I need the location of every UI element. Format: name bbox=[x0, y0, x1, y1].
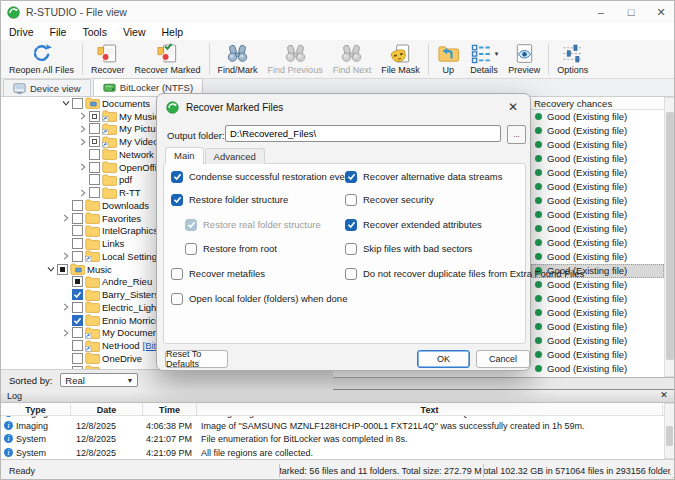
reset-to-defaults-button[interactable]: Reset To Defaults bbox=[165, 350, 228, 368]
checkbox-unchecked[interactable] bbox=[345, 243, 357, 255]
resize-grip[interactable]: ⋱ bbox=[666, 470, 674, 479]
checkbox-partial-gray[interactable] bbox=[89, 136, 100, 147]
dropdown-caret-icon[interactable]: ▾ bbox=[495, 50, 499, 58]
checkbox-checked[interactable] bbox=[72, 315, 83, 326]
checkbox-unchecked[interactable] bbox=[345, 194, 357, 206]
toolbar-separator bbox=[428, 43, 429, 75]
toolbar-find-previous: Find Previous bbox=[263, 40, 328, 78]
log-column-date[interactable]: Date bbox=[71, 403, 143, 416]
checkbox-partial-black[interactable] bbox=[57, 264, 68, 275]
chevron-right-icon[interactable] bbox=[77, 123, 89, 134]
dialog-tab-advanced[interactable]: Advanced bbox=[205, 148, 265, 164]
sorted-by-label: Sorted by: bbox=[9, 375, 52, 386]
log-column-text[interactable]: Text bbox=[197, 403, 663, 416]
chevron-right-icon[interactable] bbox=[60, 251, 72, 262]
horizontal-scrollbar[interactable] bbox=[333, 377, 675, 389]
option-skip-files-with-bad-sectors: Skip files with bad sectors bbox=[345, 242, 472, 255]
menu-file[interactable]: File bbox=[42, 26, 75, 38]
checkbox-unchecked[interactable] bbox=[89, 149, 100, 160]
chevron-down-icon[interactable] bbox=[45, 264, 57, 275]
checkbox-unchecked[interactable] bbox=[171, 268, 183, 280]
chevron-right-icon[interactable] bbox=[77, 111, 89, 122]
chevron-right-icon[interactable] bbox=[60, 327, 72, 338]
status-dot-good-icon bbox=[535, 183, 542, 190]
checkbox-unchecked[interactable] bbox=[72, 98, 83, 109]
checkbox-unchecked[interactable] bbox=[72, 213, 83, 224]
menu-tools[interactable]: Tools bbox=[74, 26, 115, 38]
log-row[interactable]: iSystem12/8/20254:21:07 PMFile enumerati… bbox=[1, 433, 661, 446]
recovery-chance-cell: Good (Existing file) bbox=[531, 109, 664, 123]
checkbox-checked[interactable] bbox=[345, 219, 357, 231]
checkbox-unchecked[interactable] bbox=[72, 327, 83, 338]
vertical-scrollbar[interactable] bbox=[664, 97, 675, 377]
checkbox-partial-black[interactable] bbox=[72, 276, 83, 287]
checkbox-unchecked[interactable] bbox=[72, 353, 83, 364]
toolbar-icon-row bbox=[513, 42, 536, 65]
scrollbar-thumb[interactable] bbox=[666, 112, 674, 360]
toolbar-recover[interactable]: Recover bbox=[86, 40, 130, 78]
toolbar-options[interactable]: Options bbox=[552, 40, 593, 78]
log-cell-type: Imaging bbox=[16, 421, 48, 431]
close-button[interactable]: ✕ bbox=[646, 1, 675, 23]
output-folder-input[interactable] bbox=[225, 125, 501, 142]
recovery-chance-label: Good (Existing file) bbox=[547, 125, 627, 136]
chevron-right-icon[interactable] bbox=[77, 187, 89, 198]
toolbar-recover-marked[interactable]: Recover Marked bbox=[130, 40, 206, 78]
log-vertical-scrollbar[interactable] bbox=[664, 403, 675, 459]
browse-button[interactable]: ... bbox=[507, 125, 526, 144]
chevron-down-icon[interactable] bbox=[60, 98, 72, 109]
checkbox-unchecked[interactable] bbox=[72, 238, 83, 249]
toolbar-reopen-all-files[interactable]: Reopen All Files bbox=[4, 40, 79, 78]
log-row[interactable]: iImaging12/8/20254:06:38 PMImage of "SAM… bbox=[1, 420, 661, 433]
menu-view[interactable]: View bbox=[115, 26, 154, 38]
checkbox-checked[interactable] bbox=[72, 289, 83, 300]
checkbox-checked[interactable] bbox=[345, 171, 357, 183]
chevron-right-icon[interactable] bbox=[77, 162, 89, 173]
toolbar-preview[interactable]: Preview bbox=[503, 40, 545, 78]
log-column-type[interactable]: Type bbox=[1, 403, 71, 416]
log-column-time[interactable]: Time bbox=[143, 403, 197, 416]
chevron-right-icon[interactable] bbox=[77, 136, 89, 147]
option-recover-alternative-data-streams: Recover alternative data streams bbox=[345, 170, 502, 183]
checkbox-checked[interactable] bbox=[171, 194, 183, 206]
cancel-button[interactable]: Cancel bbox=[476, 350, 530, 368]
tab-device-view[interactable]: Device view bbox=[3, 79, 91, 96]
title-bar: R-STUDIO - File view – □ ✕ bbox=[1, 1, 675, 23]
checkbox-unchecked[interactable] bbox=[89, 174, 100, 185]
minimize-button[interactable]: – bbox=[586, 1, 616, 23]
log-close-icon[interactable]: ✕ bbox=[657, 390, 671, 400]
checkbox-partial-gray[interactable] bbox=[89, 111, 100, 122]
maximize-button[interactable]: □ bbox=[616, 1, 646, 23]
scrollbar-thumb[interactable] bbox=[666, 426, 673, 446]
checkbox-unchecked[interactable] bbox=[89, 162, 100, 173]
chevron-right-icon[interactable] bbox=[60, 213, 72, 224]
checkbox-unchecked[interactable] bbox=[72, 340, 83, 351]
toolbar-details[interactable]: ▾Details bbox=[465, 40, 504, 78]
checkbox-unchecked[interactable] bbox=[171, 293, 183, 305]
log-row[interactable]: iSystem12/8/20254:21:09 PMAll file regio… bbox=[1, 447, 661, 459]
toolbar-find-mark[interactable]: Find/Mark bbox=[213, 40, 263, 78]
status-dot-good-icon bbox=[535, 337, 542, 344]
dialog-tab-main[interactable]: Main bbox=[165, 147, 204, 164]
recovery-chance-label: Good (Existing file) bbox=[547, 195, 627, 206]
checkbox-unchecked[interactable] bbox=[89, 187, 100, 198]
log-cell-time: 4:06:38 PM bbox=[146, 421, 192, 431]
checkbox-unchecked[interactable] bbox=[72, 302, 83, 313]
checkbox-unchecked[interactable] bbox=[185, 243, 197, 255]
menu-help[interactable]: Help bbox=[154, 26, 192, 38]
checkbox-unchecked[interactable] bbox=[345, 268, 357, 280]
checkbox-unchecked[interactable] bbox=[72, 200, 83, 211]
menu-drive[interactable]: Drive bbox=[1, 26, 42, 38]
checkbox-checked[interactable] bbox=[171, 171, 183, 183]
ok-button[interactable]: OK bbox=[417, 350, 470, 368]
dialog-close-icon[interactable]: ✕ bbox=[504, 98, 522, 116]
toolbar-file-mask[interactable]: File Mask bbox=[376, 40, 425, 78]
sorted-by-select[interactable]: Real ▼ bbox=[60, 373, 138, 387]
checkbox-unchecked[interactable] bbox=[72, 251, 83, 262]
toolbar-up[interactable]: Up bbox=[432, 40, 465, 78]
checkbox-unchecked[interactable] bbox=[72, 225, 83, 236]
tree-item-label: OneDrive bbox=[102, 353, 142, 364]
chevron-right-icon[interactable] bbox=[60, 302, 72, 313]
checkbox-unchecked[interactable] bbox=[89, 123, 100, 134]
column-header-recovery-chances[interactable]: Recovery chances bbox=[534, 98, 612, 109]
